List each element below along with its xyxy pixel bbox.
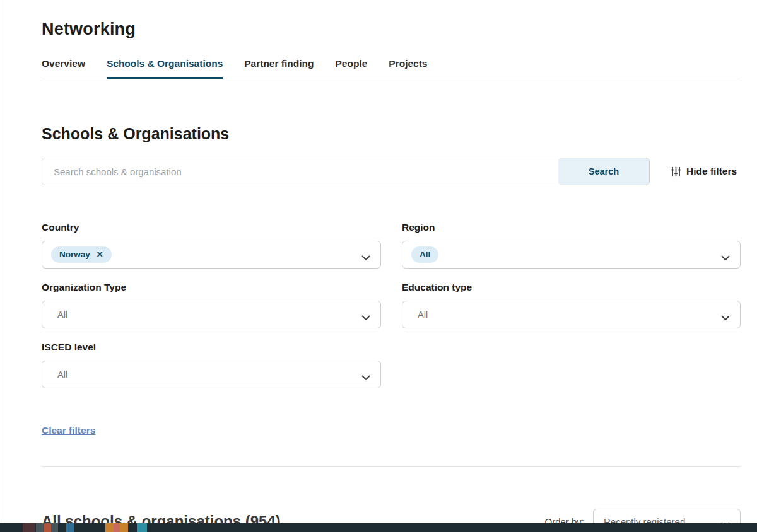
tab-bar: Overview Schools & Organisations Partner…: [42, 55, 741, 79]
tab-projects[interactable]: Projects: [389, 55, 427, 79]
tab-overview[interactable]: Overview: [42, 55, 85, 79]
clipped-card-image: [66, 523, 74, 532]
education-type-select[interactable]: All: [402, 301, 741, 328]
filters-panel: Country Norway ✕ Region All: [42, 221, 741, 401]
filter-country: Country Norway ✕: [42, 221, 381, 269]
filter-country-label: Country: [42, 221, 381, 233]
search-box: Search: [42, 158, 650, 185]
section-divider: [42, 466, 741, 467]
window-edge-line: [1, 0, 1, 523]
clipped-card-image: [114, 523, 120, 532]
hide-filters-label: Hide filters: [686, 166, 737, 177]
filter-organization-type: Organization Type All: [42, 281, 381, 328]
filter-isced-level-label: ISCED level: [42, 341, 381, 353]
region-select[interactable]: All: [402, 241, 741, 269]
organization-type-value: All: [51, 309, 67, 320]
tab-partner-finding[interactable]: Partner finding: [244, 55, 314, 79]
search-button[interactable]: Search: [558, 158, 649, 185]
section-title: Schools & Organisations: [42, 125, 741, 143]
chevron-down-icon: [361, 252, 370, 263]
clipped-card-image: [137, 523, 147, 532]
filter-education-type-label: Education type: [402, 281, 741, 293]
chevron-down-icon: [721, 252, 730, 263]
filter-education-type: Education type All: [402, 281, 741, 328]
search-row: Search Hide filters: [42, 158, 741, 185]
x-icon[interactable]: ✕: [97, 250, 103, 259]
isced-level-select[interactable]: All: [42, 361, 381, 388]
tab-schools-organisations[interactable]: Schools & Organisations: [107, 55, 223, 79]
filter-region-label: Region: [402, 221, 741, 233]
clear-filters-link[interactable]: Clear filters: [42, 425, 95, 436]
hide-filters-toggle[interactable]: Hide filters: [671, 166, 737, 177]
education-type-value: All: [411, 309, 428, 320]
search-input[interactable]: [42, 158, 558, 185]
organization-type-select[interactable]: All: [42, 301, 381, 328]
country-chip-label: Norway: [59, 250, 90, 259]
filter-region: Region All: [402, 221, 741, 269]
clipped-card-image: [23, 523, 35, 532]
tab-people[interactable]: People: [335, 55, 367, 79]
chevron-down-icon: [361, 372, 370, 383]
country-select[interactable]: Norway ✕: [42, 241, 381, 269]
sliders-icon: [671, 166, 681, 177]
filter-organization-type-label: Organization Type: [42, 281, 381, 293]
clipped-card-row: [0, 523, 757, 532]
country-chip: Norway ✕: [51, 246, 112, 263]
clipped-card-image: [44, 523, 51, 532]
chevron-down-icon: [721, 312, 730, 323]
region-chip: All: [411, 246, 438, 263]
page-title: Networking: [42, 19, 741, 39]
main-content: Networking Overview Schools & Organisati…: [42, 19, 741, 532]
filter-isced-level: ISCED level All: [42, 341, 381, 388]
isced-level-value: All: [51, 369, 67, 379]
chevron-down-icon: [361, 312, 370, 323]
region-chip-label: All: [420, 250, 430, 259]
